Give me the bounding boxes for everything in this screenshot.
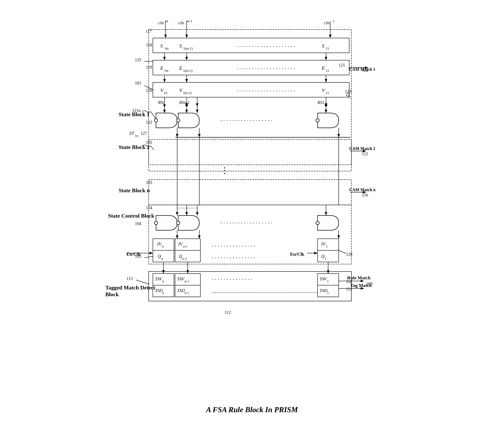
tag-match-label: Tag Match	[350, 283, 372, 288]
ref-127: 127	[141, 131, 147, 136]
ivn1-sub: n-1	[183, 245, 188, 248]
tavn1-sub: n-1	[185, 280, 189, 283]
q-dots: · · · · · · · · · · · · · · ·	[212, 255, 255, 261]
state-block-n-border	[149, 180, 351, 205]
ref-103: 103	[146, 180, 152, 185]
label-clnm1-sub: m-1	[187, 19, 192, 23]
ref-125: 125	[135, 57, 141, 62]
bubble-1-center	[177, 119, 180, 122]
cam-match-n-label: CAM Match n	[349, 187, 375, 192]
s11-sub: 11	[326, 47, 329, 50]
s1m1-sub: 1(m-1)	[183, 47, 193, 50]
ref-123: 123	[345, 89, 351, 94]
e1m-sub: 1m	[164, 69, 169, 73]
rule-match-label: Rule Match	[347, 275, 370, 280]
state-block-1-label: State Block 1	[119, 111, 150, 118]
ref-122: 122	[146, 120, 152, 124]
s-dots: · · · · · · · · · · · · · · · · · · · ·	[237, 43, 295, 50]
ref-102: 102	[146, 140, 152, 145]
svg-line-23	[151, 111, 156, 119]
qn-sub: n	[161, 257, 163, 260]
ref-113: 113	[126, 276, 133, 281]
label-clnm-sub: m	[166, 19, 168, 23]
tad1-label: TAD	[320, 288, 327, 293]
svg-line-55	[136, 280, 149, 284]
ivn-sub: n	[162, 245, 164, 248]
state-block-n-label: State Block n	[119, 187, 150, 193]
s11-label: S	[322, 43, 324, 49]
ref-117: 117	[145, 29, 152, 34]
e-dots: · · · · · · · · · · · · · · · · · · · ·	[237, 65, 295, 72]
tagged-match-label-1: Tagged Match Detect	[105, 284, 155, 291]
and-gate-ctrl-right	[318, 216, 339, 230]
ref-121: 121	[339, 63, 345, 67]
rsn1-label: RSn-1	[179, 100, 189, 105]
label-cln1: cln	[324, 20, 330, 25]
v1n1-label: V	[179, 87, 183, 93]
iv1-register	[318, 239, 339, 250]
v1n-sub: 1n	[164, 91, 167, 95]
ivn-label: IV	[157, 241, 162, 247]
bubble-1-right	[316, 119, 319, 122]
e11-sub: 11	[326, 69, 329, 73]
q1-sub-1: 1	[349, 95, 351, 99]
q1-register	[318, 250, 339, 262]
label-clnm1: cln	[178, 20, 184, 25]
ref-119: 119	[146, 65, 152, 70]
v-dots: · · · · · · · · · · · · · · · · · · · ·	[237, 88, 295, 94]
tav1-label: TAV	[320, 276, 327, 281]
v1n-label: V	[160, 87, 164, 93]
diagram-svg: 117 cln m cln m-1 cln 1 S 1m S 1(m-1)	[94, 15, 410, 416]
e1m1-sub: 1(m-1)	[183, 69, 192, 73]
s1m-sub: 1m	[164, 47, 169, 50]
v1n1-sub: 1(n-1)	[183, 91, 191, 95]
v11-label: V	[322, 87, 325, 93]
page: 117 cln m cln m-1 cln 1 S 1m S 1(m-1)	[0, 0, 504, 431]
rs1-label: RS1	[317, 100, 324, 105]
tavn1-label: TAV	[177, 276, 185, 281]
iv-dots: · · · · · · · · · · · · · · ·	[212, 243, 255, 249]
ctrl-and-dots: · · · · · · · · · · · · · · · · · ·	[220, 220, 272, 226]
enclk-label-right: En/Clk	[290, 251, 305, 257]
state-control-block-label: State Control Block	[108, 213, 154, 219]
s1m1-label: S	[179, 43, 182, 49]
tadn1-sub: n-1	[185, 291, 189, 295]
ivn1-label: IV	[178, 241, 183, 247]
tagged-match-label-2: Block	[105, 291, 119, 297]
diagram-title: A FSA Rule Block In PRISM	[94, 405, 410, 414]
tav1-sub: 1	[327, 280, 329, 283]
bubble-ctrl-center	[177, 221, 180, 225]
and-gate-ctrl-left	[156, 216, 177, 230]
ref-126: 126	[346, 252, 352, 257]
label-clnm: cln	[158, 20, 164, 25]
bubble-ctrl-left	[154, 221, 158, 225]
v11-sub: 11	[326, 91, 329, 95]
tad1-sub: 1	[327, 291, 329, 295]
tavn-sub: n	[162, 280, 164, 283]
s1m-label: S	[160, 43, 163, 49]
svg-line-33	[151, 146, 154, 150]
state-block-2-label: State Block 2	[119, 144, 150, 150]
ref-101: 101	[135, 81, 141, 85]
vertical-dots: ⋮	[220, 166, 229, 175]
label-cln1-sub: 1	[333, 19, 334, 23]
ref-124: 124	[146, 205, 152, 210]
ref-114: 114	[362, 68, 368, 73]
qn1-label: Q	[179, 254, 182, 259]
st1n-label: ST	[129, 131, 135, 136]
qn-label: Q	[158, 254, 161, 259]
ref-115: 115	[362, 151, 368, 156]
svg-line-54	[339, 250, 346, 254]
q1-sub: 1	[325, 257, 326, 260]
ref-116: 116	[362, 193, 368, 197]
e1m-label: E	[160, 65, 163, 71]
ref-104: 104	[135, 221, 141, 226]
and-gate-ctrl-center	[178, 216, 199, 230]
cam-match-2-label: CAM Match 2	[349, 146, 375, 151]
bubble-1-left	[154, 119, 158, 122]
q1-label: Q	[321, 254, 324, 259]
and-gate-1-center	[178, 113, 199, 128]
qn1-sub: n-1	[182, 257, 187, 260]
iv1-label: IV	[321, 241, 326, 247]
tadn-sub: n	[162, 291, 164, 295]
